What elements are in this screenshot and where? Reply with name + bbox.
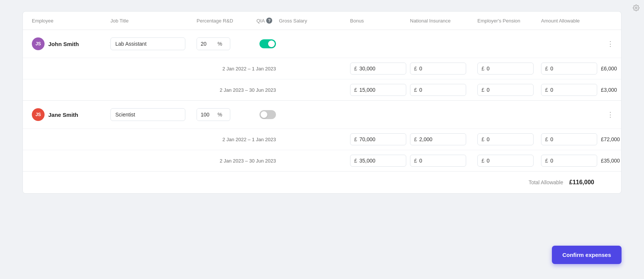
currency-sym-gs-john-smith-0: £ [354, 66, 357, 72]
currency-sym-ni-john-smith-1: £ [482, 87, 484, 93]
table-header: Employee Job Title Percentage R&D QIA ? … [23, 12, 621, 30]
ni-cell-jane-smith-1: £ [477, 155, 541, 167]
col-job-title: Job Title [110, 18, 197, 24]
total-label: Total Allowable [529, 179, 564, 185]
currency-sym-pension-john-smith-1: £ [545, 87, 548, 93]
gross-salary-input-jane-smith-0[interactable] [359, 136, 402, 142]
pct-symbol-jane-smith: % [218, 109, 225, 121]
bonus-input-john-smith-0[interactable] [419, 66, 462, 72]
amount-allowable-john-smith-0: £6,000 [601, 66, 620, 72]
employee-info-jane-smith: JS Jane Smith [32, 108, 110, 121]
job-title-input-jane-smith[interactable] [110, 108, 185, 121]
main-card: Employee Job Title Percentage R&D QIA ? … [22, 11, 622, 194]
percentage-input-jane-smith[interactable] [197, 109, 218, 121]
date-range-jane-smith-1: 2 Jan 2023 – 30 Jun 2023 [197, 158, 279, 164]
date-range-john-smith-0: 2 Jan 2022 – 1 Jan 2023 [197, 66, 279, 72]
bonus-cell-jane-smith-0: £ [410, 133, 477, 145]
svg-point-0 [635, 7, 637, 9]
toggle-cell-john-smith[interactable] [256, 39, 279, 48]
col-employee: Employee [32, 18, 110, 24]
pension-cell-john-smith-1: £ [541, 84, 601, 96]
bonus-cell-jane-smith-1: £ [410, 155, 477, 167]
more-options-john-smith[interactable]: ⋮ [601, 40, 620, 48]
pension-cell-jane-smith-0: £ [541, 133, 601, 145]
currency-sym-gs-jane-smith-0: £ [354, 136, 357, 142]
bonus-input-john-smith-1[interactable] [419, 87, 462, 93]
currency-sym-ni-jane-smith-0: £ [482, 136, 484, 142]
col-gross-salary: Gross Salary [279, 18, 350, 24]
ni-input-jane-smith-0[interactable] [487, 136, 529, 142]
amount-allowable-john-smith-1: £3,000 [601, 87, 620, 93]
date-range-john-smith-1: 2 Jan 2023 – 30 Jun 2023 [197, 87, 279, 93]
gross-salary-cell-john-smith-0: £ [350, 63, 410, 75]
gross-salary-cell-jane-smith-0: £ [350, 133, 410, 145]
currency-sym-gs-john-smith-1: £ [354, 87, 357, 93]
gross-salary-cell-jane-smith-1: £ [350, 155, 410, 167]
data-row-john-smith-period-1: 2 Jan 2023 – 30 Jun 2023 £ £ £ [23, 79, 621, 100]
currency-sym-ni-john-smith-0: £ [482, 66, 484, 72]
currency-sym-ni-jane-smith-1: £ [482, 158, 484, 164]
toggle-slider-jane-smith [259, 110, 276, 119]
bonus-input-jane-smith-0[interactable] [419, 136, 462, 142]
gross-salary-input-john-smith-1[interactable] [359, 87, 402, 93]
pct-symbol-john-smith: % [218, 38, 225, 50]
toggle-cell-jane-smith[interactable] [256, 110, 279, 119]
col-employer-pension: Employer's Pension [477, 18, 541, 24]
pension-input-jane-smith-1[interactable] [550, 158, 593, 164]
pension-cell-john-smith-0: £ [541, 63, 601, 75]
currency-sym-bonus-john-smith-0: £ [414, 66, 417, 72]
data-row-jane-smith-period-1: 2 Jan 2023 – 30 Jun 2023 £ £ £ [23, 150, 621, 171]
ni-cell-john-smith-0: £ [477, 63, 541, 75]
percentage-input-john-smith[interactable] [197, 38, 218, 50]
percentage-cell-john-smith: % [197, 37, 256, 50]
bonus-cell-john-smith-1: £ [410, 84, 477, 96]
job-title-cell-john-smith [110, 37, 197, 50]
col-percentage-rd: Percentage R&D [197, 18, 256, 24]
avatar-jane-smith: JS [32, 108, 45, 121]
pension-input-john-smith-0[interactable] [550, 66, 593, 72]
currency-sym-pension-john-smith-0: £ [545, 66, 548, 72]
pension-input-jane-smith-0[interactable] [550, 136, 593, 142]
confirm-expenses-button[interactable]: Confirm expenses [552, 246, 622, 264]
toggle-jane-smith[interactable] [259, 110, 276, 119]
bonus-cell-john-smith-0: £ [410, 63, 477, 75]
employee-section-jane-smith: JS Jane Smith % ⋮ 2 Jan 2022 – 1 Jan 202… [23, 101, 621, 172]
ni-input-john-smith-1[interactable] [487, 87, 529, 93]
ni-input-jane-smith-1[interactable] [487, 158, 529, 164]
ni-cell-jane-smith-0: £ [477, 133, 541, 145]
currency-sym-pension-jane-smith-1: £ [545, 158, 548, 164]
total-value: £116,000 [569, 179, 594, 186]
col-qia: QIA ? [256, 18, 279, 24]
currency-sym-bonus-john-smith-1: £ [414, 87, 417, 93]
more-options-jane-smith[interactable]: ⋮ [601, 110, 620, 119]
col-amount-allowable: Amount Allowable [541, 18, 601, 24]
pension-cell-jane-smith-1: £ [541, 155, 601, 167]
employees-container: JS John Smith % ⋮ 2 Jan 2022 – 1 Jan 202… [23, 30, 621, 172]
employee-main-row-john-smith: JS John Smith % ⋮ [23, 30, 621, 58]
amount-allowable-jane-smith-1: £35,000 [601, 158, 620, 164]
employee-main-row-jane-smith: JS Jane Smith % ⋮ [23, 101, 621, 129]
qia-help-icon[interactable]: ? [266, 18, 272, 24]
gross-salary-input-john-smith-0[interactable] [359, 66, 402, 72]
percentage-cell-jane-smith: % [197, 108, 256, 121]
employee-name-jane-smith: Jane Smith [48, 112, 78, 118]
toggle-slider-john-smith [259, 39, 276, 48]
data-row-jane-smith-period-0: 2 Jan 2022 – 1 Jan 2023 £ £ £ [23, 129, 621, 150]
gross-salary-input-jane-smith-1[interactable] [359, 158, 402, 164]
avatar-john-smith: JS [32, 37, 45, 50]
date-range-jane-smith-0: 2 Jan 2022 – 1 Jan 2023 [197, 137, 279, 142]
col-national-insurance: National Insurance [410, 18, 477, 24]
gross-salary-cell-john-smith-1: £ [350, 84, 410, 96]
ni-input-john-smith-0[interactable] [487, 66, 529, 72]
employee-info-john-smith: JS John Smith [32, 37, 110, 50]
bonus-input-jane-smith-1[interactable] [419, 158, 462, 164]
job-title-input-john-smith[interactable] [110, 37, 185, 50]
amount-allowable-jane-smith-0: £72,000 [601, 136, 620, 142]
page-container: Employee Job Title Percentage R&D QIA ? … [0, 0, 644, 279]
settings-icon[interactable] [633, 4, 640, 13]
employee-section-john-smith: JS John Smith % ⋮ 2 Jan 2022 – 1 Jan 202… [23, 30, 621, 101]
toggle-john-smith[interactable] [259, 39, 276, 48]
pension-input-john-smith-1[interactable] [550, 87, 593, 93]
ni-cell-john-smith-1: £ [477, 84, 541, 96]
total-row: Total Allowable £116,000 [23, 172, 621, 193]
